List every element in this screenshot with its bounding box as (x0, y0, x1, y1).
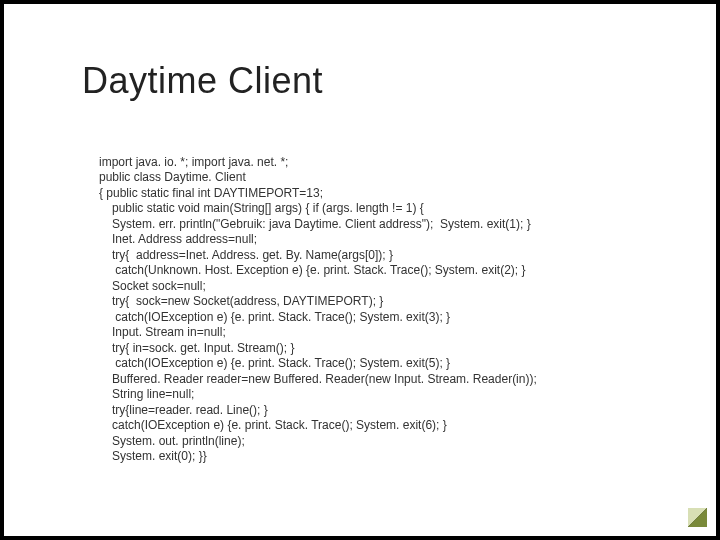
code-line: try{ sock=new Socket(address, DAYTIMEPOR… (112, 294, 383, 308)
code-line: String line=null; (112, 387, 194, 401)
code-line: try{ address=Inet. Address. get. By. Nam… (112, 248, 393, 262)
slide: Daytime Client import java. io. *; impor… (4, 4, 716, 536)
code-line: Socket sock=null; (112, 279, 206, 293)
code-line: try{line=reader. read. Line(); } (112, 403, 268, 417)
code-line: System. exit(0); }} (112, 449, 207, 463)
corner-fold-icon (688, 508, 707, 527)
code-line: try{ in=sock. get. Input. Stream(); } (112, 341, 294, 355)
code-line: catch(Unknown. Host. Exception e) {e. pr… (112, 263, 526, 277)
code-line: Inet. Address address=null; (112, 232, 257, 246)
code-line: Input. Stream in=null; (112, 325, 226, 339)
code-line: Buffered. Reader reader=new Buffered. Re… (112, 372, 537, 386)
slide-title: Daytime Client (82, 60, 323, 102)
code-line: System. err. println("Gebruik: java Dayt… (112, 217, 531, 231)
code-line: import java. io. *; import java. net. *; (99, 155, 288, 169)
code-line: catch(IOException e) {e. print. Stack. T… (112, 310, 450, 324)
code-block: import java. io. *; import java. net. *;… (99, 139, 666, 465)
code-line: System. out. println(line); (112, 434, 245, 448)
code-line: catch(IOException e) {e. print. Stack. T… (112, 418, 447, 432)
code-line: public class Daytime. Client (99, 170, 246, 184)
code-line: public static void main(String[] args) {… (112, 201, 424, 215)
code-line: catch(IOException e) {e. print. Stack. T… (112, 356, 450, 370)
code-line: { public static final int DAYTIMEPORT=13… (99, 186, 323, 200)
